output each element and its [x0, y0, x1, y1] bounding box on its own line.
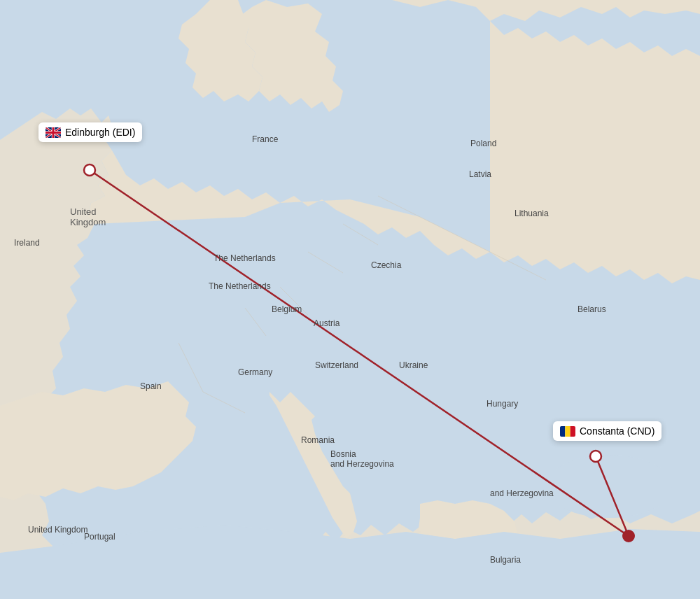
uk-flag-icon — [46, 127, 61, 138]
constanta-label-text: Constanta (CND) — [580, 425, 654, 437]
map-container: Edinburgh (EDI) Constanta (CND) Ireland … — [0, 0, 700, 599]
svg-rect-13 — [560, 426, 565, 437]
edinburgh-dot — [84, 164, 95, 176]
constanta-label: Constanta (CND) — [553, 421, 662, 441]
third-location-dot — [623, 530, 634, 542]
edinburgh-label: Edinburgh (EDI) — [38, 122, 142, 142]
svg-rect-14 — [565, 426, 570, 437]
romania-flag-icon — [560, 426, 575, 437]
map-svg — [0, 0, 700, 599]
edinburgh-label-text: Edinburgh (EDI) — [65, 127, 135, 138]
svg-rect-15 — [570, 426, 575, 437]
constanta-dot — [590, 451, 601, 462]
